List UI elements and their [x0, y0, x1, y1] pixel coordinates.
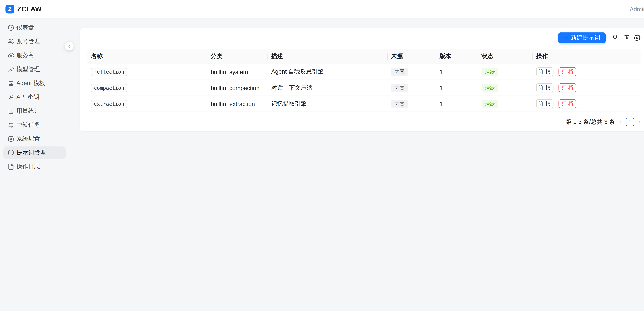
column-settings-button[interactable]: [634, 35, 640, 41]
category-cell: builtin_system: [207, 64, 268, 80]
sidebar-item-agent-templates[interactable]: Agent 模板: [3, 77, 66, 90]
version-cell: 1: [436, 64, 478, 80]
status-badge: 活跃: [482, 100, 498, 108]
bar-chart-icon: [8, 108, 14, 114]
file-text-icon: [8, 163, 14, 170]
status-badge: 活跃: [482, 84, 498, 92]
table-row: compaction builtin_compaction 对话上下文压缩 内置…: [88, 80, 640, 96]
description-cell: 对话上下文压缩: [268, 80, 388, 96]
app-root: Z ZCLAW Admin 仪表盘 账号管理 服务商 模型管理: [0, 0, 644, 311]
pagination-page-1[interactable]: 1: [626, 118, 634, 126]
collapse-sidebar-button[interactable]: ‹: [65, 42, 74, 51]
source-tag: 内置: [391, 84, 408, 92]
brand-logo-letter: Z: [8, 6, 12, 12]
column-settings-gear-icon: [634, 35, 640, 41]
sidebar-item-operation-logs[interactable]: 操作日志: [3, 160, 66, 173]
admin-user-menu[interactable]: Admin: [630, 6, 644, 12]
actions-cell: 详 情 归 档: [533, 80, 640, 96]
archive-button[interactable]: 归 档: [558, 83, 576, 92]
name-cell: compaction: [88, 80, 207, 96]
sidebar-item-label: Agent 模板: [16, 80, 45, 87]
brand-logo: Z: [6, 5, 14, 14]
actions-cell: 详 情 归 档: [533, 96, 640, 112]
status-cell: 活跃: [478, 96, 533, 112]
app-body: 仪表盘 账号管理 服务商 模型管理 Agent 模板 API 密钥: [0, 19, 644, 311]
density-icon: [623, 35, 630, 41]
archive-button[interactable]: 归 档: [558, 67, 576, 76]
sidebar: 仪表盘 账号管理 服务商 模型管理 Agent 模板 API 密钥: [0, 19, 70, 311]
status-badge: 活跃: [482, 68, 498, 76]
prompt-name-tag: compaction: [91, 84, 127, 92]
detail-button[interactable]: 详 情: [536, 67, 554, 76]
column-header-source: 来源: [388, 49, 436, 64]
toolbar-icon-group: [613, 35, 641, 41]
source-cell: 内置: [388, 64, 436, 80]
column-header-category: 分类: [207, 49, 268, 64]
sidebar-item-label: API 密钥: [16, 93, 39, 101]
sidebar-item-api-keys[interactable]: API 密钥: [3, 91, 66, 104]
category-cell: builtin_compaction: [207, 80, 268, 96]
column-header-actions: 操作: [533, 49, 640, 64]
name-cell: extraction: [88, 96, 207, 112]
actions-cell: 详 情 归 档: [533, 64, 640, 80]
table-header-row: 名称 分类 描述 来源 版本 状态 操作: [88, 49, 640, 64]
description-cell: 记忆提取引擎: [268, 96, 388, 112]
sidebar-item-label: 系统配置: [16, 135, 40, 143]
column-header-description: 描述: [268, 49, 388, 64]
bot-icon: [8, 80, 14, 87]
column-header-name: 名称: [88, 49, 207, 64]
sidebar-item-label: 服务商: [16, 52, 34, 59]
sidebar-item-label: 模型管理: [16, 66, 40, 73]
sidebar-item-label: 中转任务: [16, 121, 40, 129]
chevron-left-icon: ‹: [68, 43, 70, 49]
prompt-name-tag: reflection: [91, 68, 127, 76]
pagination-next-button[interactable]: ›: [638, 119, 640, 125]
prompts-table: 名称 分类 描述 来源 版本 状态 操作 reflection builtin_: [88, 49, 640, 112]
name-cell: reflection: [88, 64, 207, 80]
source-cell: 内置: [388, 96, 436, 112]
table-row: extraction builtin_extraction 记忆提取引擎 内置 …: [88, 96, 640, 112]
plug-icon: [8, 66, 14, 73]
source-cell: 内置: [388, 80, 436, 96]
sidebar-item-models[interactable]: 模型管理: [3, 63, 66, 76]
brand-name: ZCLAW: [17, 5, 42, 13]
chat-bubble-icon: [8, 149, 14, 156]
app-header: Z ZCLAW Admin: [0, 0, 644, 19]
detail-button[interactable]: 详 情: [536, 83, 554, 92]
version-cell: 1: [436, 80, 478, 96]
pagination-prev-button[interactable]: ‹: [619, 119, 622, 125]
plus-icon: [564, 35, 569, 40]
description-cell: Agent 自我反思引擎: [268, 64, 388, 80]
sidebar-item-providers[interactable]: 服务商: [3, 49, 66, 62]
table-row: reflection builtin_system Agent 自我反思引擎 内…: [88, 64, 640, 80]
version-cell: 1: [436, 96, 478, 112]
sidebar-item-usage-stats[interactable]: 用量统计: [3, 105, 66, 117]
main-content: 新建提示词 名称: [70, 19, 644, 311]
archive-button[interactable]: 归 档: [558, 99, 576, 108]
sidebar-item-system-config[interactable]: 系统配置: [3, 133, 66, 145]
sidebar-item-label: 操作日志: [16, 163, 40, 171]
table-toolbar: 新建提示词: [88, 32, 640, 43]
density-button[interactable]: [623, 35, 630, 41]
gauge-icon: [8, 24, 14, 31]
pagination: 第 1-3 条/总共 3 条 ‹ 1 ›: [88, 117, 640, 127]
sidebar-item-label: 提示词管理: [16, 149, 46, 157]
reload-icon: [613, 35, 620, 41]
column-header-version: 版本: [436, 49, 478, 64]
gear-icon: [8, 135, 14, 142]
sidebar-item-label: 用量统计: [16, 107, 40, 115]
column-header-status: 状态: [478, 49, 533, 64]
source-tag: 内置: [391, 68, 408, 76]
sidebar-item-accounts[interactable]: 账号管理: [3, 35, 66, 48]
sidebar-item-label: 仪表盘: [16, 24, 34, 32]
sidebar-item-prompt-management[interactable]: 提示词管理: [3, 146, 66, 159]
sidebar-item-label: 账号管理: [16, 38, 40, 46]
status-cell: 活跃: [478, 80, 533, 96]
prompt-name-tag: extraction: [91, 100, 127, 108]
sidebar-item-relay-tasks[interactable]: 中转任务: [3, 119, 66, 131]
sidebar-item-dashboard[interactable]: 仪表盘: [3, 22, 66, 34]
reload-button[interactable]: [613, 35, 620, 41]
new-prompt-button[interactable]: 新建提示词: [558, 32, 606, 43]
detail-button[interactable]: 详 情: [536, 99, 554, 108]
key-icon: [8, 94, 14, 101]
